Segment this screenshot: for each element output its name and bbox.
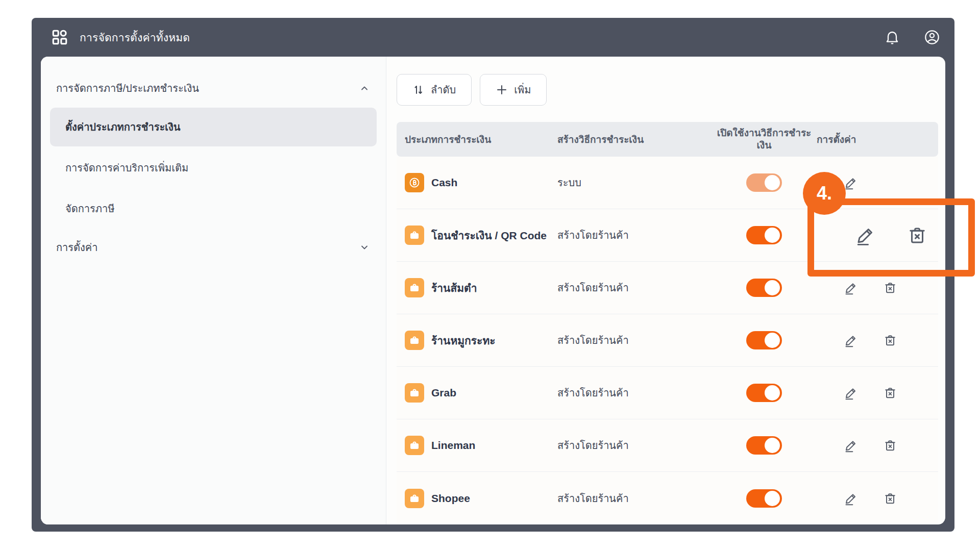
created-by-value: ระบบ	[557, 174, 716, 191]
wallet-icon	[405, 331, 424, 350]
sidebar: การจัดการภาษี/ประเภทชำระเงิน ตั้งค่าประเ…	[41, 57, 386, 524]
enable-toggle[interactable]	[746, 279, 782, 297]
row-actions	[813, 281, 938, 295]
toggle-knob	[765, 491, 780, 506]
created-by-value: สร้างโดยร้านค้า	[557, 227, 716, 243]
payment-type-name: Cash	[431, 177, 457, 189]
created-by-value: สร้างโดยร้านค้า	[557, 437, 716, 454]
enable-toggle[interactable]	[746, 384, 782, 402]
chevron-up-icon	[359, 83, 370, 93]
wallet-icon	[405, 436, 424, 455]
chevron-down-icon	[359, 242, 370, 253]
toggle-knob	[765, 385, 780, 400]
enable-toggle[interactable]	[746, 489, 782, 508]
edit-button[interactable]	[844, 491, 859, 506]
created-by-value: สร้างโดยร้านค้า	[557, 280, 716, 296]
wallet-icon	[405, 383, 424, 403]
table-row: โอนชำระเงิน / QR Code สร้างโดยร้านค้า	[397, 209, 938, 262]
edit-button[interactable]	[844, 281, 859, 295]
payment-type-name: Shopee	[431, 492, 470, 505]
table-row: Lineman สร้างโดยร้านค้า	[397, 419, 938, 472]
add-button-label: เพิ่ม	[514, 82, 531, 98]
column-header-created-by: สร้างวิธีการชำระเงิน	[557, 132, 716, 147]
created-by-value: สร้างโดยร้านค้า	[557, 332, 716, 348]
wallet-icon	[405, 278, 424, 297]
payment-type-name: Grab	[431, 387, 456, 399]
row-actions	[813, 491, 938, 506]
edit-button[interactable]	[844, 438, 859, 453]
edit-button[interactable]	[844, 333, 859, 347]
sort-button-label: ลำดับ	[431, 82, 456, 98]
toggle-knob	[765, 438, 780, 453]
toggle-knob	[765, 280, 780, 295]
payment-type-name: Lineman	[431, 439, 475, 452]
edit-button[interactable]	[844, 386, 859, 400]
delete-button[interactable]	[883, 281, 897, 295]
plus-icon	[496, 84, 508, 96]
edit-button[interactable]	[855, 224, 877, 246]
delete-button[interactable]	[883, 491, 897, 506]
row-actions	[813, 224, 938, 246]
sidebar-group-label: การตั้งค่า	[56, 239, 97, 256]
toggle-knob	[765, 333, 780, 348]
payment-type-name: ร้านหมูกระทะ	[431, 332, 496, 349]
row-actions	[813, 333, 938, 347]
created-by-value: สร้างโดยร้านค้า	[557, 490, 716, 507]
payment-type-name: โอนชำระเงิน / QR Code	[431, 227, 547, 244]
enable-toggle[interactable]	[746, 436, 782, 455]
payment-table-body: Cash ระบบ โอนชำระเงิน /	[397, 157, 938, 524]
column-header-payment-type: ประเภทการชำระเงิน	[397, 132, 557, 147]
sidebar-group-label: การจัดการภาษี/ประเภทชำระเงิน	[56, 80, 199, 96]
sort-button[interactable]: ลำดับ	[397, 74, 472, 106]
sidebar-item-extra-service-fees[interactable]: การจัดการค่าบริการเพิ่มเติม	[50, 148, 377, 187]
user-avatar-icon[interactable]	[924, 29, 940, 45]
delete-button[interactable]	[883, 333, 897, 347]
sidebar-group-settings[interactable]: การตั้งค่า	[50, 230, 377, 265]
table-row: Grab สร้างโดยร้านค้า	[397, 367, 938, 419]
content-card: การจัดการภาษี/ประเภทชำระเงิน ตั้งค่าประเ…	[41, 57, 945, 524]
main-panel: ลำดับ เพิ่ม ประเภทการชำระเงิน สร้างวิธีก…	[386, 57, 945, 524]
payment-type-name: ร้านส้มตำ	[431, 280, 477, 296]
enable-toggle[interactable]	[746, 173, 782, 192]
enable-toggle[interactable]	[746, 226, 782, 244]
table-row: ร้านส้มตำ สร้างโดยร้านค้า	[397, 262, 938, 314]
row-actions	[813, 386, 938, 400]
table-header: ประเภทการชำระเงิน สร้างวิธีการชำระเงิน เ…	[397, 122, 938, 157]
sidebar-item-label: การจัดการค่าบริการเพิ่มเติม	[65, 162, 188, 173]
row-actions	[813, 176, 938, 190]
toggle-knob	[765, 228, 780, 243]
enable-toggle[interactable]	[746, 331, 782, 349]
sidebar-item-tax-management[interactable]: จัดการภาษี	[50, 189, 377, 228]
table-row: Cash ระบบ	[397, 157, 938, 209]
wallet-icon	[405, 489, 424, 508]
page-title: การจัดการตั้งค่าทั้งหมด	[80, 29, 190, 46]
sidebar-item-label: จัดการภาษี	[65, 203, 114, 214]
table-row: Shopee สร้างโดยร้านค้า	[397, 472, 938, 524]
delete-button[interactable]	[883, 386, 897, 400]
column-header-settings: การตั้งค่า	[813, 132, 938, 147]
delete-button[interactable]	[883, 438, 897, 453]
sidebar-item-label: ตั้งค่าประเภทการชำระเงิน	[65, 121, 180, 133]
table-row: ร้านหมูกระทะ สร้างโดยร้านค้า	[397, 314, 938, 367]
grid-logo-icon[interactable]	[51, 29, 68, 46]
edit-button[interactable]	[844, 176, 859, 190]
column-header-enable-method: เปิดใช้งานวิธีการชำระเงิน	[716, 127, 813, 152]
created-by-value: สร้างโดยร้านค้า	[557, 385, 716, 401]
notification-bell-icon[interactable]	[884, 29, 900, 45]
baht-coin-icon	[405, 173, 424, 192]
toggle-knob	[765, 175, 780, 190]
add-button[interactable]: เพิ่ม	[480, 74, 547, 106]
sidebar-group-tax-payment[interactable]: การจัดการภาษี/ประเภทชำระเงิน	[50, 71, 377, 106]
top-bar: การจัดการตั้งค่าทั้งหมด	[32, 18, 954, 57]
wallet-icon	[405, 226, 424, 245]
row-actions	[813, 438, 938, 453]
toolbar: ลำดับ เพิ่ม	[397, 74, 938, 106]
sidebar-item-payment-type-settings[interactable]: ตั้งค่าประเภทการชำระเงิน	[50, 108, 377, 146]
delete-button[interactable]	[906, 224, 928, 246]
sort-arrows-icon	[412, 84, 425, 96]
app-window: การจัดการตั้งค่าทั้งหมด การจัดการภาษี/ปร…	[32, 18, 954, 532]
